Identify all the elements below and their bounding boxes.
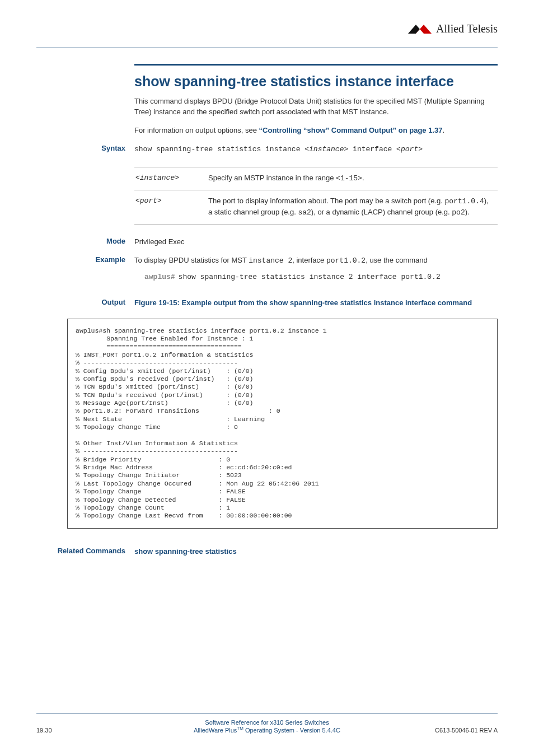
param-instance-range: <1-15>	[336, 174, 362, 183]
page-footer: 19.30 Software Reference for x310 Series…	[36, 713, 498, 734]
param-port-name: <port>	[134, 190, 207, 225]
table-row: <port> The port to display information a…	[134, 190, 498, 225]
footer-line2: AlliedWare PlusTM Operating System - Ver…	[109, 726, 425, 734]
figure-caption: Figure 19-15: Example output from the sh…	[134, 298, 498, 308]
title-rule	[134, 64, 498, 66]
cli-output-box: awplus#sh spanning-tree statistics inter…	[67, 319, 498, 529]
page-title: show spanning-tree statistics instance i…	[134, 73, 498, 90]
mode-value: Privileged Exec	[134, 237, 498, 248]
table-row: <instance> Specify an MSTP instance in t…	[134, 167, 498, 190]
brand-logo-text: Allied Telesis	[436, 22, 498, 35]
parameter-table: <instance> Specify an MSTP instance in t…	[134, 167, 498, 225]
param-port-mid2: ), or a dynamic (LACP) channel group (e.…	[311, 208, 452, 216]
example-section: Example To display BPDU statistics for M…	[134, 255, 498, 283]
output-section: Output Figure 19-15: Example output from…	[134, 298, 498, 308]
related-commands-section: Related Commands show spanning-tree stat…	[134, 547, 498, 557]
param-instance-desc: Specify an MSTP instance in the range <1…	[207, 167, 498, 190]
intro-paragraph-2: For information on output options, see “…	[134, 125, 498, 136]
cli-command: show spanning-tree statistics instance 2…	[179, 272, 441, 283]
related-commands-label: Related Commands	[36, 547, 134, 557]
param-port-example-sa: sa2	[298, 208, 311, 217]
param-port-desc: The port to display information about. T…	[207, 190, 498, 225]
param-instance-desc-pre: Specify an MSTP instance in the range	[208, 174, 336, 182]
page-header: Allied Telesis	[36, 22, 498, 48]
output-label: Output	[36, 298, 134, 308]
cli-prompt: awplus#	[144, 272, 175, 283]
param-instance-name: <instance>	[134, 167, 207, 190]
param-instance-desc-post: .	[362, 174, 364, 182]
param-port-example-port: port1.0.4	[444, 197, 484, 206]
mode-section: Mode Privileged Exec	[134, 237, 498, 248]
example-instance: instance 2	[249, 256, 292, 265]
controlling-show-output-link[interactable]: “Controlling “show” Command Output” on p…	[259, 126, 443, 134]
intro-p2-pre: For information on output options, see	[134, 126, 259, 134]
footer-line1: Software Reference for x310 Series Switc…	[109, 719, 425, 726]
mode-label: Mode	[36, 237, 134, 248]
brand-logo: Allied Telesis	[408, 22, 498, 35]
example-command-block: awplus# show spanning-tree statistics in…	[144, 272, 498, 283]
footer-line2-pre: AlliedWare Plus	[194, 727, 237, 734]
footer-doc-id: C613-50046-01 REV A	[425, 727, 498, 734]
related-command-link[interactable]: show spanning-tree statistics	[134, 547, 237, 556]
param-port-example-po: po2	[452, 208, 465, 217]
example-port: port1.0.2	[326, 256, 366, 265]
footer-line2-post: Operating System - Version 5.4.4C	[243, 727, 340, 734]
example-mid1: , interface	[292, 256, 326, 264]
example-label: Example	[36, 255, 134, 283]
syntax-label: Syntax	[36, 144, 134, 225]
param-port-post: ).	[465, 208, 470, 216]
example-post: , use the command	[366, 256, 428, 264]
param-port-desc-pre: The port to display information about. T…	[208, 197, 444, 205]
footer-page-number: 19.30	[36, 727, 109, 734]
intro-p2-post: .	[442, 126, 444, 134]
syntax-section: Syntax show spanning-tree statistics ins…	[134, 144, 498, 225]
intro-paragraph-1: This command displays BPDU (Bridge Proto…	[134, 96, 498, 118]
footer-tm: TM	[237, 726, 243, 731]
syntax-line: show spanning-tree statistics instance <…	[134, 145, 423, 153]
brand-logo-icon	[408, 24, 433, 35]
example-pre: To display BPDU statistics for MST	[134, 256, 249, 264]
